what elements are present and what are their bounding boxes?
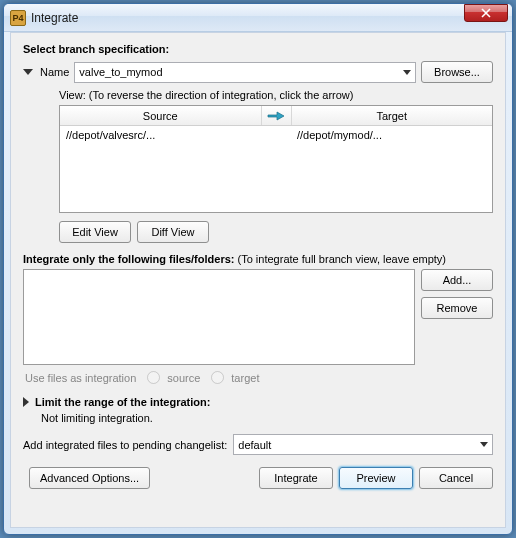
close-icon — [481, 8, 491, 18]
changelist-label: Add integrated files to pending changeli… — [23, 439, 227, 451]
files-hint: (To integrate full branch view, leave em… — [238, 253, 447, 265]
changelist-value: default — [238, 439, 271, 451]
limit-status: Not limiting integration. — [41, 412, 493, 424]
branch-view-table: Source Target //depot/valvesrc/... //dep… — [59, 105, 493, 213]
table-row[interactable]: //depot/valvesrc/... //depot/mymod/... — [60, 126, 492, 144]
dialog-body: Select branch specification: Name valve_… — [10, 32, 506, 528]
remove-file-button[interactable]: Remove — [421, 297, 493, 319]
chevron-down-icon[interactable] — [23, 69, 33, 75]
radio-target — [211, 371, 224, 384]
use-files-radio-group: Use files as integration source target — [25, 371, 493, 384]
chevron-right-icon[interactable] — [23, 397, 29, 407]
branch-section-header: Select branch specification: — [23, 43, 493, 55]
diff-view-button[interactable]: Diff View — [137, 221, 209, 243]
footer: Advanced Options... Integrate Preview Ca… — [23, 467, 493, 489]
use-files-label: Use files as integration — [25, 372, 136, 384]
limit-header: Limit the range of the integration: — [35, 396, 210, 408]
files-section: Integrate only the following files/folde… — [23, 253, 493, 396]
view-hint: View: (To reverse the direction of integ… — [59, 89, 493, 101]
changelist-combo[interactable]: default — [233, 434, 493, 455]
integrate-button[interactable]: Integrate — [259, 467, 333, 489]
branch-name-combo[interactable]: valve_to_mymod — [74, 62, 416, 83]
app-icon: P4 — [10, 10, 26, 26]
reverse-direction-button[interactable] — [262, 106, 292, 125]
column-target[interactable]: Target — [292, 106, 493, 125]
integrate-dialog: P4 Integrate Select branch specification… — [3, 3, 513, 535]
branch-name-value: valve_to_mymod — [79, 66, 162, 78]
browse-button[interactable]: Browse... — [421, 61, 493, 83]
add-file-button[interactable]: Add... — [421, 269, 493, 291]
edit-view-button[interactable]: Edit View — [59, 221, 131, 243]
window-title: Integrate — [31, 11, 464, 25]
radio-source — [147, 371, 160, 384]
cell-target: //depot/mymod/... — [291, 129, 492, 141]
advanced-options-button[interactable]: Advanced Options... — [29, 467, 150, 489]
changelist-row: Add integrated files to pending changeli… — [23, 434, 493, 455]
close-button[interactable] — [464, 4, 508, 22]
column-source[interactable]: Source — [60, 106, 262, 125]
radio-source-label: source — [167, 372, 200, 384]
arrow-right-icon — [267, 110, 285, 122]
radio-target-label: target — [231, 372, 259, 384]
branch-name-row: Name valve_to_mymod Browse... — [23, 61, 493, 83]
preview-button[interactable]: Preview — [339, 467, 413, 489]
files-listbox[interactable] — [23, 269, 415, 365]
titlebar: P4 Integrate — [4, 4, 512, 32]
cell-source: //depot/valvesrc/... — [60, 129, 261, 141]
branch-name-label: Name — [40, 66, 69, 78]
cancel-button[interactable]: Cancel — [419, 467, 493, 489]
files-header: Integrate only the following files/folde… — [23, 253, 234, 265]
limit-section: Limit the range of the integration: — [23, 396, 493, 408]
